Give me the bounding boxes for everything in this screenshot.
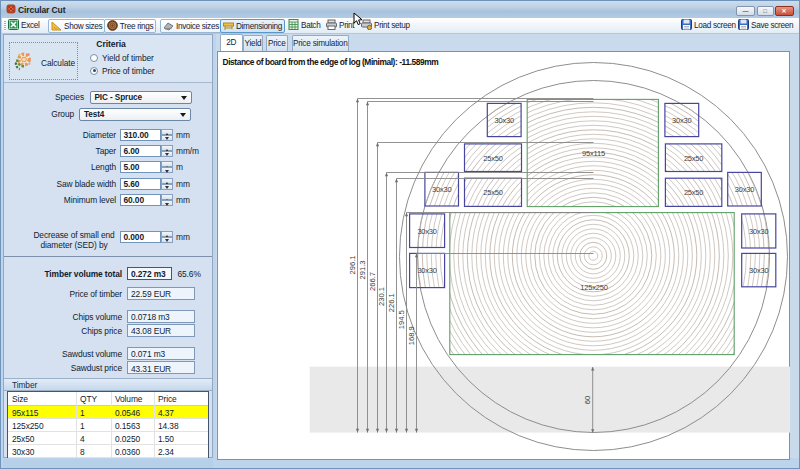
svg-text:25x50: 25x50 <box>483 188 502 197</box>
svg-text:30x30: 30x30 <box>494 116 513 125</box>
svg-text:125x250: 125x250 <box>580 282 607 291</box>
svg-text:168.9: 168.9 <box>407 326 416 345</box>
svg-text:291.3: 291.3 <box>358 260 367 279</box>
svg-text:296.1: 296.1 <box>348 255 357 274</box>
svg-text:30x30: 30x30 <box>417 226 436 235</box>
svg-text:Distance of board from the edg: Distance of board from the edge of log (… <box>223 56 439 66</box>
svg-text:266.7: 266.7 <box>368 271 377 290</box>
svg-text:25x50: 25x50 <box>684 153 703 162</box>
svg-text:30x30: 30x30 <box>417 266 436 275</box>
svg-text:25x50: 25x50 <box>483 153 502 162</box>
svg-text:30x30: 30x30 <box>432 185 451 194</box>
svg-text:25x50: 25x50 <box>684 188 703 197</box>
svg-text:30x30: 30x30 <box>749 266 768 275</box>
svg-text:230.1: 230.1 <box>377 286 386 305</box>
svg-text:95x115: 95x115 <box>582 149 605 158</box>
svg-text:30x30: 30x30 <box>735 185 754 194</box>
svg-text:30x30: 30x30 <box>749 226 768 235</box>
svg-text:60: 60 <box>583 395 592 403</box>
svg-text:226.1: 226.1 <box>387 293 396 312</box>
svg-text:30x30: 30x30 <box>672 116 691 125</box>
svg-text:194.5: 194.5 <box>397 310 406 329</box>
